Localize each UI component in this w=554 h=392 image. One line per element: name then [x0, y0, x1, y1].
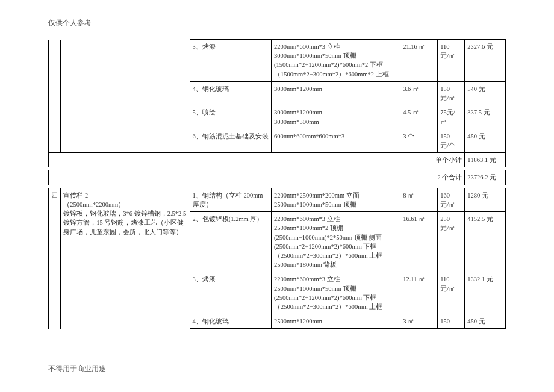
qty-cell: 21.16 ㎡ — [400, 40, 438, 82]
table-row: 四 宣传栏 2（2500mm*2200mm）镀锌板，钢化玻璃，3*6 镀锌槽钢，… — [49, 188, 506, 211]
unitprice-cell: 150 — [438, 314, 465, 329]
spec-cell: 3000mm*1200mm — [271, 81, 400, 105]
unitprice-cell: 150元/㎡ — [438, 81, 465, 105]
amount-cell: 337.5 元 — [465, 105, 506, 129]
qty-cell: 16.61 ㎡ — [400, 212, 438, 272]
footer-note: 不得用于商业用途 — [48, 364, 106, 374]
item-cell: 5、喷绘 — [190, 105, 271, 129]
amount-cell: 2327.6 元 — [465, 40, 506, 82]
spec-cell: 2200mm*600mm*3 立柱2500mm*1000mm*2 顶棚(2500… — [271, 212, 400, 272]
amount-cell: 450 元 — [465, 129, 506, 152]
unitprice-cell: 160元/㎡ — [438, 188, 465, 211]
spec-cell: 3000mm*1200mm3000mm*300mm — [271, 105, 400, 129]
amount-cell: 1280 元 — [465, 188, 506, 211]
item-cell: 6、钢筋混泥土基础及安装 — [190, 129, 271, 152]
spec-cell: 2200mm*600mm*3 立柱3000mm*1000mm*50mm 顶棚(1… — [271, 40, 400, 82]
index-cell — [49, 40, 61, 153]
subtotal-row: 2 个合计 23726.2 元 — [49, 170, 506, 185]
amount-cell: 540 元 — [465, 81, 506, 105]
item-cell: 3、烤漆 — [190, 272, 271, 314]
table-row: 3、烤漆 2200mm*600mm*3 立柱3000mm*1000mm*50mm… — [49, 40, 506, 82]
header-note: 仅供个人参考 — [48, 18, 506, 28]
spec-cell: 600mm*600mm*600mm*3 — [271, 129, 400, 152]
subtotal-row: 单个小计 11863.1 元 — [49, 153, 506, 167]
spec-cell: 2500mm*1200mm — [271, 314, 400, 329]
subtotal-label: 2 个合计 — [49, 170, 465, 185]
spec-cell: 2200mm*600mm*3 立柱2500mm*1000mm*50mm 顶棚(2… — [271, 272, 400, 314]
subtotal-amount: 23726.2 元 — [465, 170, 506, 185]
qty-cell: 4.5 ㎡ — [400, 105, 438, 129]
subtotal-amount: 11863.1 元 — [465, 153, 506, 167]
index-cell: 四 — [49, 188, 61, 329]
qty-cell: 3.6 ㎡ — [400, 81, 438, 105]
unitprice-cell: 110元/㎡ — [438, 272, 465, 314]
item-cell: 3、烤漆 — [190, 40, 271, 82]
qty-cell: 3 个 — [400, 129, 438, 152]
desc-cell: 宣传栏 2（2500mm*2200mm）镀锌板，钢化玻璃，3*6 镀锌槽钢，2.… — [61, 188, 190, 329]
amount-cell: 4152.5 元 — [465, 212, 506, 272]
unitprice-cell: 110元/㎡ — [438, 40, 465, 82]
item-cell: 2、包镀锌板(1.2mm 厚) — [190, 212, 271, 272]
subtotal-label: 单个小计 — [49, 153, 465, 167]
item-cell: 4、钢化玻璃 — [190, 81, 271, 105]
desc-cell — [61, 40, 190, 153]
unitprice-cell: 75元/㎡ — [438, 105, 465, 129]
unitprice-cell: 150元/个 — [438, 129, 465, 152]
qty-cell: 12.11 ㎡ — [400, 272, 438, 314]
unitprice-cell: 250元/㎡ — [438, 212, 465, 272]
spec-cell: 2200mm*2500mm*200mm 立面2500mm*1000mm*50mm… — [271, 188, 400, 211]
amount-cell: 450 元 — [465, 314, 506, 329]
item-cell: 4、钢化玻璃 — [190, 314, 271, 329]
qty-cell: 8 ㎡ — [400, 188, 438, 211]
pricing-table: 3、烤漆 2200mm*600mm*3 立柱3000mm*1000mm*50mm… — [48, 39, 506, 329]
qty-cell: 3 ㎡ — [400, 314, 438, 329]
amount-cell: 1332.1 元 — [465, 272, 506, 314]
item-cell: 1、钢结构（立柱 200mm 厚度） — [190, 188, 271, 211]
